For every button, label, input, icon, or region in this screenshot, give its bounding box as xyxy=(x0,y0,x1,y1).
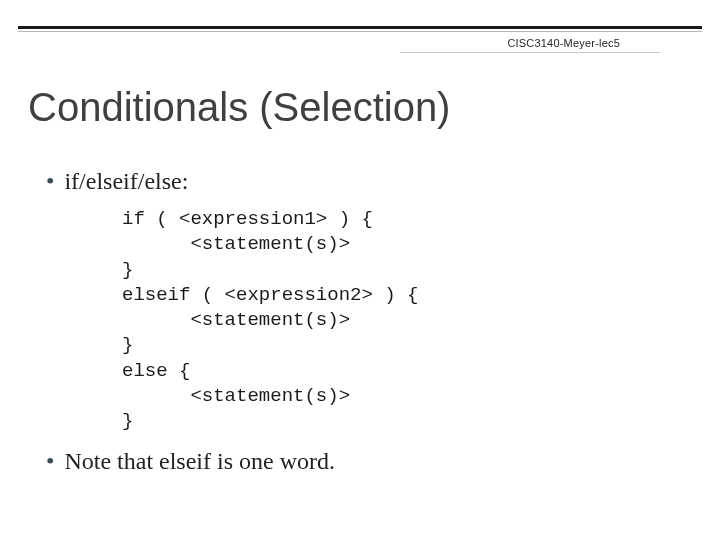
bullet-1: •if/elseif/else: xyxy=(46,168,680,195)
bullet-2: •Note that elseif is one word. xyxy=(46,448,680,475)
top-border-subrule xyxy=(18,31,702,32)
header-underline xyxy=(400,52,660,53)
slide-body: •if/elseif/else: if ( <expression1> ) { … xyxy=(46,168,680,487)
bullet-1-text: if/elseif/else: xyxy=(64,168,188,194)
slide-title: Conditionals (Selection) xyxy=(28,85,450,130)
slide-header-tag: CISC3140-Meyer-lec5 xyxy=(507,37,620,49)
code-block: if ( <expression1> ) { <statement(s)> } … xyxy=(122,207,680,434)
bullet-2-text: Note that elseif is one word. xyxy=(64,448,335,474)
bullet-dot-icon: • xyxy=(46,448,54,474)
top-border-rule xyxy=(18,26,702,29)
slide: CISC3140-Meyer-lec5 Conditionals (Select… xyxy=(0,0,720,540)
bullet-dot-icon: • xyxy=(46,168,54,194)
